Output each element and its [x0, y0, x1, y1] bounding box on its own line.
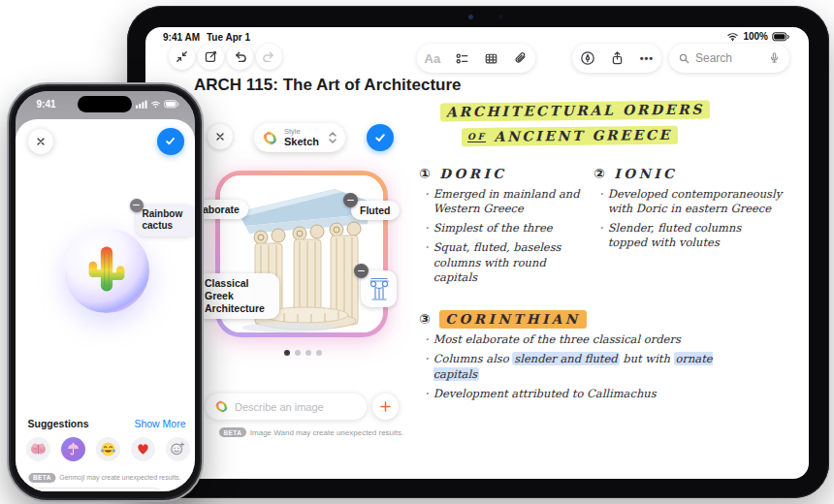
tag-classical-greek-architecture[interactable]: Classical Greek Architecture: [196, 273, 279, 319]
page-dots[interactable]: [284, 350, 322, 356]
tag-fluted-remove-button[interactable]: [343, 193, 358, 207]
undo-icon: [233, 49, 247, 64]
genmoji-accept-button[interactable]: [157, 128, 184, 155]
plus-icon: [379, 400, 392, 413]
ipad-device: 9:41 AM Tue Apr 1 100%: [127, 6, 829, 498]
brain-emoji-icon: [30, 442, 47, 457]
search-icon: [678, 52, 690, 65]
style-value: Sketch: [284, 137, 322, 147]
markup-icon[interactable]: [580, 50, 595, 66]
note-title: ARCH 115: The Art of Architecture: [194, 76, 462, 95]
beta-badge: BETA: [219, 427, 246, 437]
minus-icon: [347, 200, 354, 202]
stage: 9:41 AM Tue Apr 1 100%: [0, 0, 834, 504]
battery-percent: 100%: [743, 31, 768, 42]
close-icon: [35, 136, 47, 147]
iphone-status-bar: 9:41: [16, 99, 195, 110]
image-wand-beta-disclaimer: BETA Image Wand may create unexpected re…: [219, 427, 403, 437]
heart-emoji-icon: [136, 442, 150, 456]
minus-icon: [358, 270, 365, 272]
ipad-screen: 9:41 AM Tue Apr 1 100%: [145, 27, 809, 479]
undo-button[interactable]: [227, 44, 253, 70]
page-dot-active: [284, 350, 290, 356]
checkmark-icon: [164, 135, 176, 147]
genmoji-sheet: Rainbow cactus Suggestions Show More: [16, 119, 195, 491]
genmoji-beta-disclaimer: BETA Genmoji may create unexpected resul…: [28, 473, 180, 483]
attachment-icon[interactable]: [513, 51, 528, 66]
minus-icon: [133, 205, 140, 206]
notes-heading-1: ARCHITECTURAL ORDERS: [440, 102, 710, 120]
notes-section-corinthian: ③CORINTHIAN ·Most elaborate of the three…: [419, 310, 786, 406]
checkmark-icon: [373, 131, 387, 144]
cellular-icon: [136, 100, 147, 109]
notes-section-ionic: ②IONIC ·Developed contemporaneously with…: [593, 165, 784, 256]
battery-icon: [772, 32, 789, 42]
ipad-camera: [468, 15, 503, 19]
new-genmoji-icon: [170, 441, 185, 457]
wifi-icon: [150, 100, 161, 109]
beta-note: Image Wand may create unexpected results…: [250, 428, 403, 437]
suggestions-label: Suggestions: [28, 418, 89, 429]
genmoji-close-button[interactable]: [28, 129, 53, 154]
image-wand-close-button[interactable]: [208, 124, 233, 149]
close-icon: [214, 131, 226, 142]
compose-button[interactable]: [198, 44, 224, 70]
suggestion-brain-emoji[interactable]: [26, 437, 50, 461]
redo-icon: [262, 49, 276, 64]
collapse-button[interactable]: [169, 44, 195, 70]
search-field[interactable]: Search: [669, 44, 789, 73]
column-sketch-icon: [367, 275, 392, 302]
person-genmoji-button[interactable]: [172, 488, 195, 491]
ipad-status-time: 9:41 AM: [163, 32, 200, 43]
iphone-status-time: 9:41: [37, 99, 56, 110]
text-format-button[interactable]: Aa: [425, 51, 441, 66]
battery-icon: [164, 100, 179, 109]
beta-note: Genmoji may create unexpected results.: [59, 474, 180, 481]
genmoji-prompt-tag[interactable]: Rainbow cactus: [136, 205, 195, 236]
suggestion-umbrella-genmoji[interactable]: [61, 437, 85, 461]
notes-section-doric: ①DORIC ·Emerged in mainland and Western …: [419, 165, 592, 290]
suggestion-laughing-emoji[interactable]: [96, 437, 120, 461]
image-wand-accept-button[interactable]: [367, 124, 394, 151]
beta-badge: BETA: [28, 473, 55, 483]
search-placeholder: Search: [695, 51, 763, 65]
wifi-icon: [726, 31, 739, 42]
laughing-emoji-icon: [100, 441, 116, 457]
suggestion-heart-emoji[interactable]: [131, 437, 155, 461]
describe-image-placeholder: Describe an image: [235, 401, 324, 413]
share-icon[interactable]: [610, 50, 625, 66]
thumbnail-tag-remove-button[interactable]: [354, 264, 369, 278]
redo-button[interactable]: [256, 44, 282, 70]
more-icon[interactable]: •••: [640, 52, 655, 64]
genmoji-preview-orb: [64, 228, 149, 313]
show-more-link[interactable]: Show More: [134, 418, 185, 429]
notes-heading-2: OFANCIENT GREECE: [462, 127, 678, 144]
style-label: Style: [284, 128, 322, 136]
ipad-status-bar: 9:41 AM Tue Apr 1 100%: [145, 31, 809, 45]
collapse-icon: [175, 49, 189, 64]
describe-image-input[interactable]: Describe an image: [206, 394, 367, 420]
umbrella-genmoji-icon: [66, 442, 80, 457]
iphone-device: 9:41: [7, 82, 204, 502]
checklist-icon[interactable]: [455, 51, 469, 66]
tag-fluted[interactable]: Fluted: [351, 201, 400, 220]
add-image-button[interactable]: [372, 394, 399, 420]
apple-intelligence-icon: [214, 399, 229, 414]
table-icon[interactable]: [484, 51, 498, 66]
apple-intelligence-icon: [262, 130, 278, 146]
mic-icon[interactable]: [768, 51, 781, 65]
genmoji-tag-remove-button[interactable]: [130, 199, 144, 212]
actions-toolbar: •••: [572, 44, 661, 73]
rainbow-cactus-genmoji: [84, 243, 129, 298]
suggestion-new-genmoji[interactable]: [166, 437, 190, 461]
compose-icon: [204, 49, 218, 64]
iphone-screen: 9:41: [16, 91, 195, 491]
describe-genmoji-input[interactable]: Describe a Genmoji: [24, 488, 166, 491]
ipad-status-date: Tue Apr 1: [207, 32, 250, 43]
style-selector[interactable]: Style Sketch: [254, 123, 345, 152]
chevron-up-down-icon: [328, 131, 337, 144]
suggestions-row: [26, 437, 190, 461]
format-toolbar: Aa: [417, 44, 535, 73]
